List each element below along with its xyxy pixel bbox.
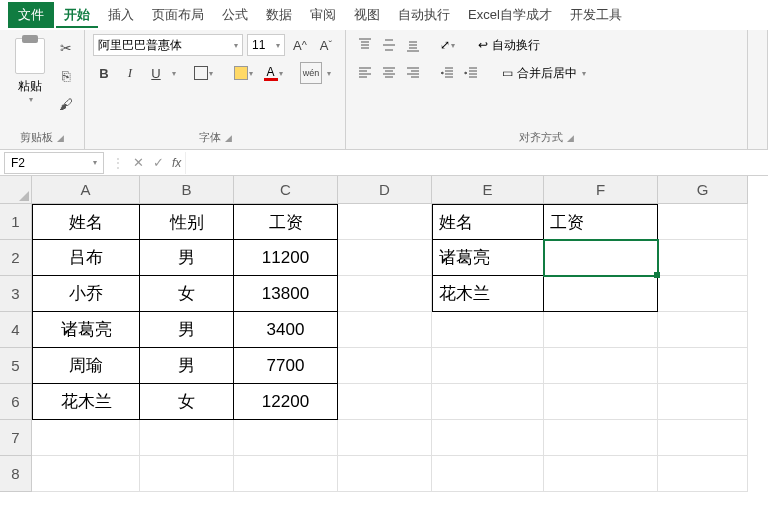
col-header[interactable]: A (32, 176, 140, 204)
cell[interactable] (140, 456, 234, 492)
cell[interactable]: 女 (140, 384, 234, 420)
cell[interactable] (658, 276, 748, 312)
cell[interactable] (432, 456, 544, 492)
font-launcher[interactable]: ◢ (225, 133, 232, 143)
menu-excel-self[interactable]: Excel自学成才 (460, 2, 560, 28)
cell[interactable]: 周瑜 (32, 348, 140, 384)
cell[interactable] (338, 204, 432, 240)
align-top-button[interactable] (354, 34, 376, 56)
menu-formulas[interactable]: 公式 (214, 2, 256, 28)
cell[interactable] (658, 312, 748, 348)
menu-view[interactable]: 视图 (346, 2, 388, 28)
cell[interactable]: 女 (140, 276, 234, 312)
cell[interactable] (544, 276, 658, 312)
cell[interactable]: 性别 (140, 204, 234, 240)
cell[interactable]: 13800 (234, 276, 338, 312)
decrease-indent-button[interactable] (436, 62, 458, 84)
cell[interactable] (338, 456, 432, 492)
cell[interactable]: 工资 (544, 204, 658, 240)
fill-color-button[interactable]: ▾ (230, 62, 256, 84)
cell[interactable] (544, 348, 658, 384)
font-color-button[interactable]: A▾ (260, 62, 286, 84)
menu-home[interactable]: 开始 (56, 2, 98, 28)
cell[interactable] (140, 420, 234, 456)
cell[interactable] (544, 312, 658, 348)
row-header[interactable]: 1 (0, 204, 32, 240)
cancel-formula-button[interactable]: ✕ (128, 155, 148, 170)
row-header[interactable]: 3 (0, 276, 32, 312)
menu-file[interactable]: 文件 (8, 2, 54, 28)
align-middle-button[interactable] (378, 34, 400, 56)
italic-button[interactable]: I (119, 62, 141, 84)
cell[interactable] (338, 312, 432, 348)
cell[interactable] (338, 348, 432, 384)
bold-button[interactable]: B (93, 62, 115, 84)
cell[interactable] (544, 420, 658, 456)
menu-insert[interactable]: 插入 (100, 2, 142, 28)
cell[interactable] (432, 312, 544, 348)
cell[interactable] (544, 456, 658, 492)
row-header[interactable]: 5 (0, 348, 32, 384)
menu-review[interactable]: 审阅 (302, 2, 344, 28)
align-left-button[interactable] (354, 62, 376, 84)
border-button[interactable]: ▾ (190, 62, 216, 84)
align-bottom-button[interactable] (402, 34, 424, 56)
wrap-text-button[interactable]: ↩ 自动换行 (474, 34, 544, 56)
increase-font-button[interactable]: A^ (289, 34, 311, 56)
cell[interactable] (658, 348, 748, 384)
underline-button[interactable]: U (145, 62, 167, 84)
cell[interactable]: 小乔 (32, 276, 140, 312)
cell[interactable] (234, 456, 338, 492)
row-header[interactable]: 8 (0, 456, 32, 492)
col-header[interactable]: D (338, 176, 432, 204)
cut-button[interactable]: ✂ (56, 38, 76, 58)
cell[interactable]: 男 (140, 312, 234, 348)
cell[interactable]: 12200 (234, 384, 338, 420)
row-header[interactable]: 2 (0, 240, 32, 276)
cell[interactable]: 姓名 (432, 204, 544, 240)
row-header[interactable]: 4 (0, 312, 32, 348)
cell[interactable] (432, 348, 544, 384)
cell[interactable]: 姓名 (32, 204, 140, 240)
col-header[interactable]: C (234, 176, 338, 204)
cell[interactable]: 工资 (234, 204, 338, 240)
cell-selected[interactable] (544, 240, 658, 276)
cell[interactable]: 3400 (234, 312, 338, 348)
cell[interactable] (544, 384, 658, 420)
align-launcher[interactable]: ◢ (567, 133, 574, 143)
cell[interactable] (658, 420, 748, 456)
cell[interactable] (338, 384, 432, 420)
row-header[interactable]: 6 (0, 384, 32, 420)
cell[interactable] (658, 384, 748, 420)
col-header[interactable]: F (544, 176, 658, 204)
menu-data[interactable]: 数据 (258, 2, 300, 28)
cell[interactable] (658, 204, 748, 240)
cell[interactable] (658, 240, 748, 276)
copy-button[interactable]: ⎘ (56, 66, 76, 86)
font-name-select[interactable]: 阿里巴巴普惠体 ▾ (93, 34, 243, 56)
merge-center-button[interactable]: ▭ 合并后居中 ▾ (498, 62, 590, 84)
cell[interactable] (338, 240, 432, 276)
cell[interactable]: 花木兰 (32, 384, 140, 420)
clipboard-launcher[interactable]: ◢ (57, 133, 64, 143)
cell[interactable] (658, 456, 748, 492)
chevron-down-icon[interactable]: ▾ (172, 69, 176, 78)
cell[interactable]: 花木兰 (432, 276, 544, 312)
col-header[interactable]: G (658, 176, 748, 204)
cell[interactable] (32, 456, 140, 492)
row-header[interactable]: 7 (0, 420, 32, 456)
name-box[interactable]: F2 ▾ (4, 152, 104, 174)
col-header[interactable]: E (432, 176, 544, 204)
chevron-down-icon[interactable]: ▾ (327, 69, 331, 78)
paste-button[interactable]: 粘贴 ▾ (8, 34, 52, 104)
fx-button[interactable]: fx (172, 156, 181, 170)
font-size-select[interactable]: 11 ▾ (247, 34, 285, 56)
cell[interactable] (338, 420, 432, 456)
orientation-button[interactable]: ⤢▾ (436, 34, 458, 56)
menu-page-layout[interactable]: 页面布局 (144, 2, 212, 28)
cell[interactable]: 男 (140, 348, 234, 384)
cell[interactable] (432, 420, 544, 456)
confirm-formula-button[interactable]: ✓ (148, 155, 168, 170)
col-header[interactable]: B (140, 176, 234, 204)
menu-developer[interactable]: 开发工具 (562, 2, 630, 28)
